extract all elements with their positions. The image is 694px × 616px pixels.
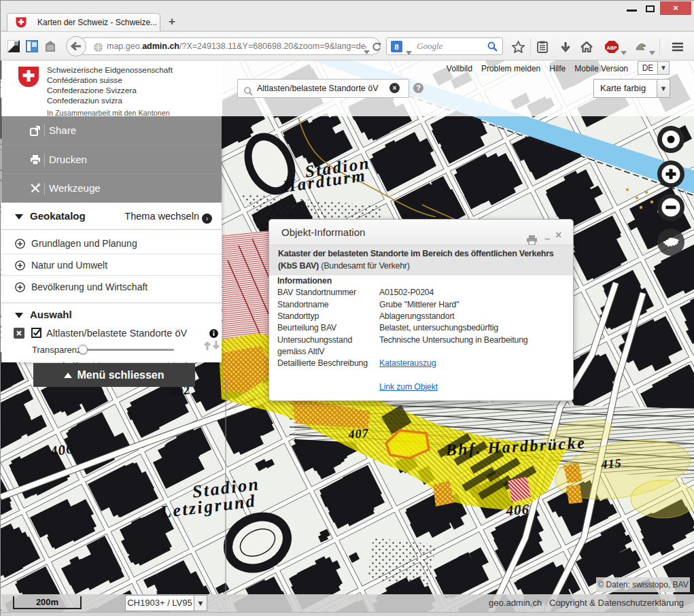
svg-text:ABP: ABP bbox=[607, 46, 617, 50]
svg-text:415: 415 bbox=[600, 456, 622, 471]
svg-text:407: 407 bbox=[347, 426, 369, 441]
svg-text:406: 406 bbox=[505, 501, 530, 519]
svg-text:406: 406 bbox=[48, 440, 74, 460]
